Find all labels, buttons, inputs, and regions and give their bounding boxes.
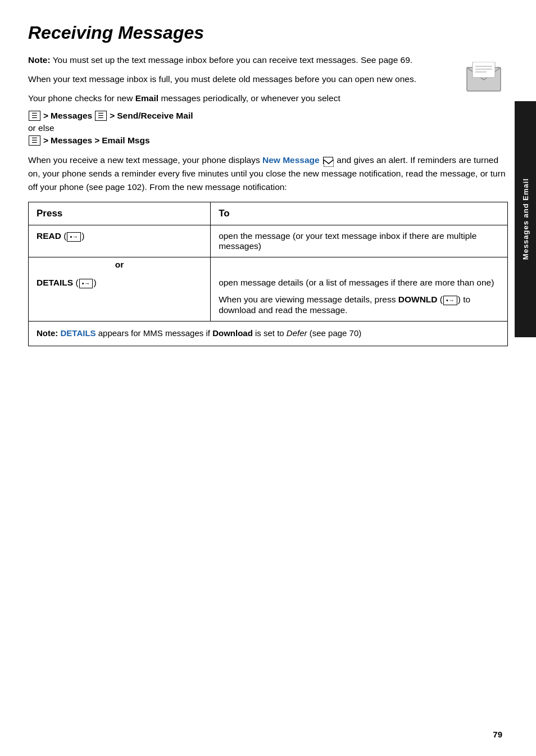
- note-paragraph: Note: You must set up the text message i…: [28, 53, 508, 67]
- press-details: DETAILS (•→): [29, 272, 211, 322]
- menu-icon-3: ☰: [29, 135, 40, 146]
- body-para2-prefix: Your phone checks for new: [28, 93, 135, 103]
- table-note-cell: Note: DETAILS appears for MMS messages i…: [29, 322, 508, 346]
- menu2-arrow2: >: [94, 135, 99, 146]
- menu1-arrow2: >: [110, 111, 115, 121]
- body-para3: When you receive a new text message, you…: [28, 153, 508, 194]
- col-press-header: Press: [29, 202, 211, 225]
- downld-soft-key-icon: •→: [443, 296, 457, 305]
- new-message-label: New Message: [262, 155, 320, 165]
- press-table: Press To READ (•→) open the message (or …: [28, 202, 508, 346]
- read-soft-key-icon: •→: [67, 232, 81, 242]
- table-header-row: Press To: [29, 202, 508, 225]
- menu2-label1: Messages: [51, 135, 92, 146]
- menu1-arrow: >: [43, 111, 48, 121]
- table-row-or: or: [29, 257, 508, 273]
- svg-rect-1: [473, 62, 495, 78]
- or-else-text: or else: [28, 123, 508, 133]
- table-row-details: DETAILS (•→) open message details (or a …: [29, 272, 508, 322]
- page-container: Receiving Messages Note: You must set up…: [0, 0, 536, 756]
- or-spacer: [211, 257, 508, 273]
- side-tab: Messages and Email: [515, 101, 536, 337]
- downld-bold: DOWNLD: [398, 295, 438, 304]
- read-label: READ: [37, 231, 61, 241]
- table-note-defer-hl: Defer: [287, 328, 307, 338]
- menu2-label2: Email Msgs: [102, 135, 149, 146]
- table-note-label: Note:: [37, 328, 58, 338]
- table-note-end1: is set to: [255, 328, 287, 338]
- table-note-details-hl: DETAILS: [61, 328, 96, 338]
- details-soft-key-icon: •→: [79, 279, 93, 288]
- table-note-mid: appears for MMS messages if: [98, 328, 212, 338]
- body-para2: Your phone checks for new Email messages…: [28, 92, 508, 105]
- menu-line-2: ☰ > Messages > Email Msgs: [28, 135, 508, 146]
- note-label: Note:: [28, 55, 51, 65]
- press-read: READ (•→): [29, 225, 211, 257]
- to-details: open message details (or a list of messa…: [211, 272, 508, 322]
- details-label: DETAILS: [37, 278, 73, 287]
- page-number: 79: [493, 730, 502, 739]
- body-para1: When your text message inbox is full, yo…: [28, 73, 508, 86]
- menu1-label2: Send/Receive Mail: [117, 111, 193, 121]
- email-bold: Email: [135, 93, 158, 103]
- menu-line-1: ☰ > Messages ☰ > Send/Receive Mail: [28, 111, 508, 121]
- body-para3-prefix: When you receive a new text message, you…: [28, 155, 262, 165]
- details-to-line2: When you are viewing message details, pr…: [219, 295, 499, 315]
- details-to-line1: open message details (or a list of messa…: [219, 278, 499, 288]
- envelope-inline-icon: [323, 157, 333, 164]
- menu2-arrow: >: [43, 135, 48, 146]
- col-to-header: To: [211, 202, 508, 225]
- body-para2-suffix: messages periodically, or whenever you s…: [158, 93, 340, 103]
- table-row-note: Note: DETAILS appears for MMS messages i…: [29, 322, 508, 346]
- menu1-label1: Messages: [51, 111, 92, 121]
- table-row-read: READ (•→) open the message (or your text…: [29, 225, 508, 257]
- table-note-end2: (see page 70): [310, 328, 362, 338]
- table-note-text: Note: DETAILS appears for MMS messages i…: [37, 327, 499, 340]
- to-read: open the message (or your text message i…: [211, 225, 508, 257]
- table-note-download-hl: Download: [212, 328, 253, 338]
- page-title: Receiving Messages: [28, 22, 508, 43]
- side-tab-text: Messages and Email: [521, 178, 530, 260]
- envelope-illustration: [466, 62, 505, 93]
- or-cell: or: [29, 257, 211, 273]
- menu-icon-1: ☰: [29, 111, 40, 121]
- menu-icon-2: ☰: [95, 111, 107, 121]
- note-text: You must set up the text message inbox b…: [51, 55, 413, 65]
